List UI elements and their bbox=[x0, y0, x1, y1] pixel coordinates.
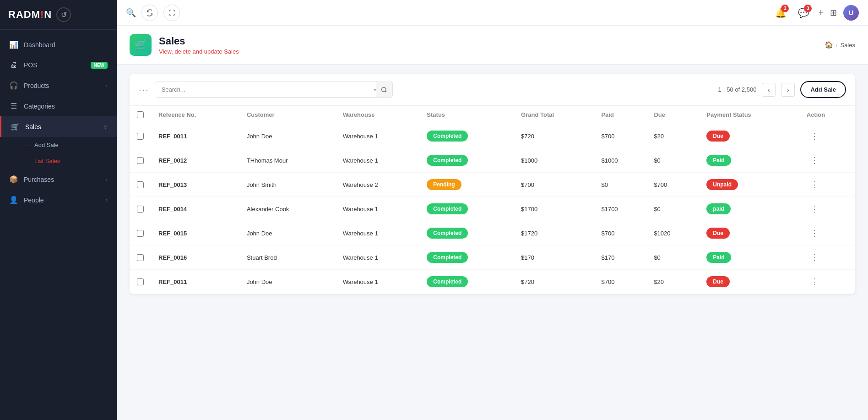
cell-status: Completed bbox=[419, 245, 514, 270]
avatar[interactable]: U bbox=[843, 5, 859, 21]
grid-button[interactable]: ⊞ bbox=[830, 8, 837, 18]
sidebar-item-label: Categories bbox=[24, 103, 108, 110]
more-options-button[interactable]: ··· bbox=[139, 84, 149, 95]
col-status: Status bbox=[419, 106, 514, 124]
cell-ref: REF_0015 bbox=[151, 221, 239, 245]
cell-customer[interactable]: Alexander Cook bbox=[239, 197, 336, 221]
expand-button[interactable] bbox=[163, 5, 180, 21]
col-payment-status: Payment Status bbox=[699, 106, 799, 124]
sidebar-item-sales[interactable]: 🛒 Sales ∨ bbox=[0, 116, 117, 137]
search-button[interactable] bbox=[376, 82, 393, 98]
sidebar-sub-add-sale[interactable]: Add Sale bbox=[0, 137, 117, 153]
cell-customer[interactable]: John Doe bbox=[239, 270, 336, 294]
row-action-button[interactable]: ⋮ bbox=[807, 178, 822, 191]
status-badge: Pending bbox=[427, 179, 461, 190]
status-badge: Completed bbox=[427, 276, 468, 287]
notifications-button[interactable]: 🔔 3 bbox=[772, 5, 789, 21]
cell-status: Completed bbox=[419, 270, 514, 294]
back-button[interactable]: ↺ bbox=[56, 7, 71, 22]
row-checkbox[interactable] bbox=[137, 254, 144, 261]
status-badge: Completed bbox=[427, 252, 468, 263]
products-icon: 🎧 bbox=[9, 81, 18, 90]
row-checkbox[interactable] bbox=[137, 157, 144, 164]
cell-customer[interactable]: John Doe bbox=[239, 124, 336, 148]
cell-customer[interactable]: John Doe bbox=[239, 221, 336, 245]
prev-page-button[interactable]: ‹ bbox=[762, 83, 776, 97]
sidebar-item-products[interactable]: 🎧 Products › bbox=[0, 75, 117, 96]
row-action-button[interactable]: ⋮ bbox=[807, 202, 822, 215]
table-row: REF_0014 Alexander Cook Warehouse 1 Comp… bbox=[130, 197, 855, 221]
sidebar-sub-list-sales[interactable]: List Sales bbox=[0, 153, 117, 169]
row-action-button[interactable]: ⋮ bbox=[807, 251, 822, 264]
payment-status-badge: Paid bbox=[706, 155, 731, 166]
table-row: REF_0016 Stuart Brod Warehouse 1 Complet… bbox=[130, 245, 855, 270]
row-checkbox[interactable] bbox=[137, 230, 144, 237]
cell-customer[interactable]: Stuart Brod bbox=[239, 245, 336, 270]
cell-customer[interactable]: THhomas Mour bbox=[239, 148, 336, 173]
sidebar-item-dashboard[interactable]: 📊 Dashboard bbox=[0, 34, 117, 55]
row-action-button[interactable]: ⋮ bbox=[807, 154, 822, 167]
sidebar-item-label: Purchases bbox=[24, 176, 100, 183]
sidebar-item-purchases[interactable]: 📦 Purchases › bbox=[0, 169, 117, 190]
row-checkbox-cell bbox=[130, 270, 151, 294]
cell-status: Completed bbox=[419, 124, 514, 148]
add-sale-button[interactable]: Add Sale bbox=[800, 81, 846, 98]
cell-ref: REF_0012 bbox=[151, 148, 239, 173]
add-button[interactable]: + bbox=[818, 7, 824, 18]
messages-button[interactable]: 💬 3 bbox=[795, 5, 812, 21]
table-row: REF_0011 John Doe Warehouse 1 Completed … bbox=[130, 124, 855, 148]
sidebar-logo: RADM!N ↺ bbox=[0, 0, 117, 30]
search-input[interactable] bbox=[155, 82, 393, 98]
col-paid: Paid bbox=[594, 106, 646, 124]
row-action-button[interactable]: ⋮ bbox=[807, 227, 822, 240]
cell-payment-status: Paid bbox=[699, 148, 799, 173]
search-icon[interactable]: 🔍 bbox=[126, 8, 136, 18]
pos-icon: 🖨 bbox=[9, 61, 18, 69]
next-page-button[interactable]: › bbox=[781, 83, 795, 97]
col-warehouse: Warehouse bbox=[336, 106, 420, 124]
cell-grand-total: $720 bbox=[514, 270, 594, 294]
table-body: REF_0011 John Doe Warehouse 1 Completed … bbox=[130, 124, 855, 294]
row-checkbox-cell bbox=[130, 197, 151, 221]
cell-payment-status: Due bbox=[699, 221, 799, 245]
col-ref: Refeence No. bbox=[151, 106, 239, 124]
table-row: REF_0011 John Doe Warehouse 1 Completed … bbox=[130, 270, 855, 294]
chevron-right-icon: › bbox=[106, 82, 108, 89]
payment-status-badge: Due bbox=[706, 131, 730, 142]
search-dropdown-icon[interactable]: ▾ bbox=[374, 87, 376, 93]
sidebar-item-pos[interactable]: 🖨 POS NEW bbox=[0, 55, 117, 75]
status-badge: Completed bbox=[427, 131, 468, 142]
sales-icon: 🛒 bbox=[11, 122, 20, 131]
cell-paid: $700 bbox=[594, 124, 646, 148]
cell-warehouse: Warehouse 1 bbox=[336, 124, 420, 148]
cell-ref: REF_0011 bbox=[151, 124, 239, 148]
row-checkbox[interactable] bbox=[137, 206, 144, 213]
cell-ref: REF_0013 bbox=[151, 173, 239, 197]
sidebar-item-label: People bbox=[24, 196, 100, 204]
chevron-down-icon: ∨ bbox=[103, 124, 108, 130]
row-checkbox-cell bbox=[130, 148, 151, 173]
cell-grand-total: $700 bbox=[514, 173, 594, 197]
messages-badge: 3 bbox=[804, 5, 812, 12]
sidebar-item-people[interactable]: 👤 People › bbox=[0, 190, 117, 210]
refresh-button[interactable] bbox=[141, 5, 158, 21]
cell-customer[interactable]: John Smith bbox=[239, 173, 336, 197]
breadcrumb-home-icon[interactable]: 🏠 bbox=[825, 41, 833, 49]
cell-warehouse: Warehouse 2 bbox=[336, 173, 420, 197]
cell-grand-total: $1720 bbox=[514, 221, 594, 245]
row-checkbox[interactable] bbox=[137, 133, 144, 140]
select-all-checkbox[interactable] bbox=[137, 111, 144, 118]
cell-due: $700 bbox=[646, 173, 699, 197]
logo-text: RADM!N bbox=[8, 9, 52, 21]
cell-paid: $700 bbox=[594, 221, 646, 245]
cell-paid: $170 bbox=[594, 245, 646, 270]
row-checkbox[interactable] bbox=[137, 181, 144, 188]
cell-status: Completed bbox=[419, 197, 514, 221]
breadcrumb-separator: / bbox=[836, 42, 838, 49]
row-checkbox[interactable] bbox=[137, 278, 144, 285]
content-area: 🛒 Sales View, delete and update Sales 🏠 … bbox=[117, 26, 868, 420]
row-action-button[interactable]: ⋮ bbox=[807, 275, 822, 288]
row-action-button[interactable]: ⋮ bbox=[807, 130, 822, 142]
page-title-block: Sales View, delete and update Sales bbox=[159, 35, 239, 55]
sidebar-item-categories[interactable]: ☰ Categories bbox=[0, 96, 117, 116]
